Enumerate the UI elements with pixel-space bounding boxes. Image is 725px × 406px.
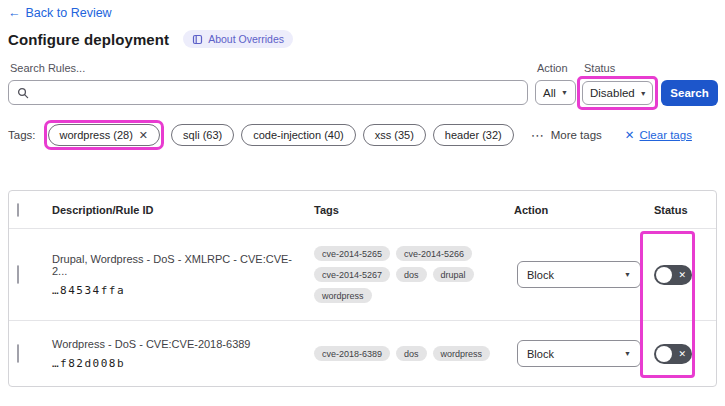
tags-filter-bar: Tags: wordpress (28) ✕ sqli (63) code-in…	[8, 119, 717, 151]
rule-tag-pill: cve-2014-5267	[314, 267, 390, 282]
status-filter-value: Disabled	[590, 87, 635, 99]
tag-chip-label: wordpress (28)	[60, 129, 133, 141]
column-header-action: Action	[507, 204, 647, 216]
toggle-x-icon: ✕	[678, 349, 686, 358]
toggle-x-icon: ✕	[678, 270, 686, 279]
search-rules-input[interactable]	[35, 87, 519, 99]
rule-tag-pill: cve-2014-5266	[396, 246, 472, 261]
rules-table: Description/Rule ID Tags Action Status D…	[8, 190, 717, 387]
chevron-down-icon: ▼	[624, 350, 631, 357]
chevron-down-icon: ▼	[624, 271, 631, 278]
search-icon	[17, 87, 29, 99]
clear-tags-label: Clear tags	[639, 129, 691, 141]
tag-chip-label: code-injection (40)	[253, 129, 344, 141]
back-to-review-link[interactable]: ← Back to Review	[8, 6, 112, 20]
rule-tag-pill: cve-2018-6389	[314, 346, 390, 361]
rule-tag-pill: drupal	[433, 267, 474, 282]
rule-tag-pill: wordpress	[314, 288, 372, 303]
rule-tag-pill: dos	[396, 267, 427, 282]
action-label: Action	[537, 62, 568, 74]
search-button[interactable]: Search	[661, 80, 718, 106]
status-label: Status	[584, 62, 615, 74]
action-filter-value: All	[543, 87, 556, 99]
tag-chip-sqli[interactable]: sqli (63)	[171, 124, 234, 146]
back-link-label: Back to Review	[26, 6, 112, 20]
select-all-checkbox[interactable]	[17, 203, 19, 217]
row-checkbox[interactable]	[17, 265, 19, 284]
page-title: Configure deployment	[8, 31, 169, 48]
about-overrides-label: About Overrides	[208, 33, 284, 45]
toggle-knob	[656, 267, 672, 283]
rule-tags: cve-2014-5265 cve-2014-5266 cve-2014-526…	[307, 246, 507, 303]
clear-tags-button[interactable]: ✕ Clear tags	[625, 128, 692, 142]
status-filter-annotation-highlight: Disabled ▼	[577, 76, 658, 110]
tag-chip-label: sqli (63)	[183, 129, 222, 141]
table-row: Wordpress - DoS - CVE:CVE-2018-6389 …f82…	[9, 320, 716, 386]
tag-chip-label: header (32)	[445, 129, 502, 141]
status-filter-dropdown[interactable]: Disabled ▼	[582, 81, 653, 105]
tag-chip-header[interactable]: header (32)	[433, 124, 514, 146]
rule-id: …84534ffa	[52, 284, 307, 297]
ellipsis-icon: ⋯	[531, 128, 545, 143]
more-tags-button[interactable]: ⋯ More tags	[531, 128, 602, 143]
more-tags-label: More tags	[551, 129, 602, 141]
tags-label: Tags:	[8, 129, 36, 141]
search-rules-box	[8, 80, 528, 105]
remove-tag-icon[interactable]: ✕	[139, 130, 148, 141]
wordpress-tag-annotation-highlight: wordpress (28) ✕	[44, 120, 165, 150]
rule-tag-pill: cve-2014-5265	[314, 246, 390, 261]
tag-chip-wordpress[interactable]: wordpress (28) ✕	[48, 124, 161, 146]
row-checkbox[interactable]	[17, 344, 19, 363]
table-header-row: Description/Rule ID Tags Action Status	[9, 191, 716, 228]
rule-id: …f82d008b	[52, 357, 307, 370]
book-icon	[192, 34, 203, 45]
search-rules-label: Search Rules...	[10, 62, 85, 74]
status-toggle-off[interactable]: ✕	[654, 344, 692, 364]
action-dropdown[interactable]: Block ▼	[517, 261, 641, 288]
chevron-down-icon: ▼	[640, 90, 647, 97]
toggle-knob	[656, 346, 672, 362]
back-arrow-icon: ←	[8, 6, 21, 20]
table-row: Drupal, Wordpress - DoS - XMLRPC - CVE:C…	[9, 228, 716, 320]
action-value: Block	[527, 348, 554, 360]
rule-tags: cve-2018-6389 dos wordpress	[307, 346, 507, 361]
tag-chip-xss[interactable]: xss (35)	[363, 124, 426, 146]
tag-chip-code-injection[interactable]: code-injection (40)	[241, 124, 356, 146]
action-value: Block	[527, 269, 554, 281]
rule-tag-pill: wordpress	[433, 346, 491, 361]
tag-chip-label: xss (35)	[375, 129, 414, 141]
rule-description: Drupal, Wordpress - DoS - XMLRPC - CVE:C…	[52, 253, 307, 277]
rule-tag-pill: dos	[396, 346, 427, 361]
status-toggle-off[interactable]: ✕	[654, 265, 692, 285]
page-header: Configure deployment About Overrides	[8, 30, 293, 48]
column-header-status: Status	[647, 204, 716, 216]
column-header-tags: Tags	[307, 204, 507, 216]
action-filter-dropdown[interactable]: All ▼	[535, 80, 576, 105]
action-dropdown[interactable]: Block ▼	[517, 340, 641, 367]
clear-icon: ✕	[625, 128, 635, 142]
rule-description: Wordpress - DoS - CVE:CVE-2018-6389	[52, 338, 307, 350]
chevron-down-icon: ▼	[561, 89, 568, 96]
column-header-description: Description/Rule ID	[45, 204, 307, 216]
about-overrides-badge[interactable]: About Overrides	[183, 30, 293, 48]
